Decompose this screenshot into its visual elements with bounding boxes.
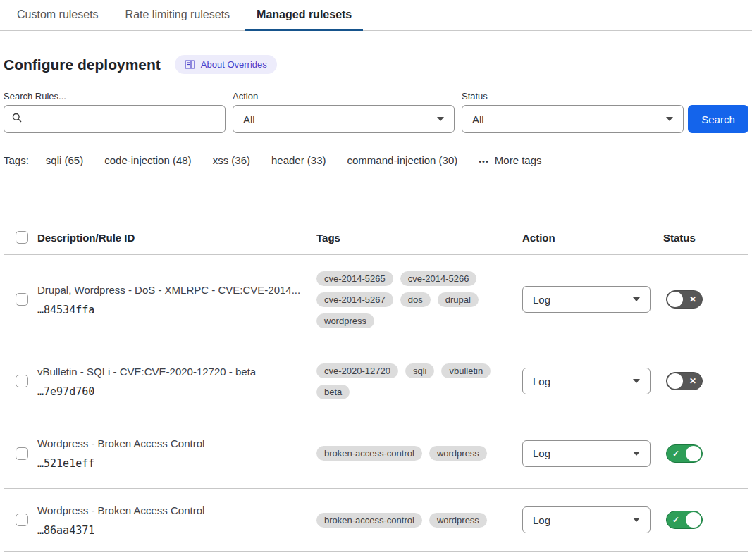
- rule-tags: broken-access-controlwordpress: [316, 446, 505, 461]
- row-action-value: Log: [533, 375, 550, 387]
- check-icon: ✓: [672, 449, 679, 458]
- row-action-value: Log: [533, 294, 550, 306]
- tag-pill: drupal: [438, 292, 479, 307]
- row-action-select[interactable]: Log: [522, 506, 651, 533]
- tag-filter-item[interactable]: sqli (65): [46, 154, 83, 166]
- about-overrides-badge[interactable]: About Overrides: [175, 55, 277, 74]
- page-title: Configure deployment: [4, 56, 161, 73]
- caret-down-icon: [437, 117, 444, 121]
- more-tags-label: More tags: [495, 154, 542, 166]
- check-icon: ✓: [672, 516, 679, 524]
- row-action-select[interactable]: Log: [522, 368, 651, 394]
- tag-pill: dos: [400, 292, 431, 307]
- rule-description: Drupal, Wordpress - DoS - XMLRPC - CVE:C…: [37, 283, 316, 297]
- rule-tags: cve-2014-5265cve-2014-5266cve-2014-5267d…: [316, 271, 505, 328]
- ruleset-tab[interactable]: Rate limiting rulesets: [114, 0, 242, 31]
- column-header-action: Action: [522, 232, 663, 244]
- toggle-knob: [686, 512, 701, 528]
- status-filter-value: All: [472, 113, 484, 125]
- row-checkbox[interactable]: [16, 293, 28, 306]
- search-rules-label: Search Rules...: [4, 91, 226, 101]
- tag-filter-item[interactable]: header (33): [271, 154, 326, 166]
- tags-bar: Tags: sqli (65)code-injection (48)xss (3…: [4, 154, 748, 166]
- tab-label: Custom rulesets: [17, 8, 99, 21]
- rule-tags: cve-2020-12720sqlivbulletinbeta: [316, 363, 505, 399]
- table-row: Wordpress - Broken Access Control …521e1…: [4, 418, 748, 489]
- tag-pill: wordpress: [429, 513, 487, 528]
- search-rules-box: [4, 105, 226, 133]
- row-action-value: Log: [533, 447, 550, 459]
- status-toggle[interactable]: ✓ ✕: [666, 372, 703, 390]
- status-filter-label: Status: [462, 91, 684, 101]
- rule-id: …86aa4371: [37, 524, 316, 537]
- action-filter-value: All: [243, 113, 255, 125]
- ruleset-tab[interactable]: Custom rulesets: [6, 0, 110, 31]
- row-action-select[interactable]: Log: [522, 440, 651, 467]
- table-row: Drupal, Wordpress - DoS - XMLRPC - CVE:C…: [4, 255, 748, 344]
- tag-pill: beta: [316, 385, 350, 399]
- rule-description: Wordpress - Broken Access Control: [37, 437, 316, 451]
- tag-pill: cve-2014-5265: [316, 271, 393, 286]
- table-row: vBulletin - SQLi - CVE:CVE-2020-12720 - …: [4, 344, 748, 418]
- row-action-select[interactable]: Log: [522, 286, 651, 313]
- column-header-tags: Tags: [316, 232, 522, 244]
- toggle-knob: [686, 446, 701, 461]
- status-toggle[interactable]: ✓ ✕: [666, 511, 703, 529]
- tag-pill: cve-2020-12720: [316, 363, 398, 378]
- caret-down-icon: [666, 117, 673, 121]
- rule-tags: broken-access-controlwordpress: [316, 513, 505, 528]
- column-header-status: Status: [663, 232, 748, 244]
- rule-description: Wordpress - Broken Access Control: [37, 504, 316, 518]
- row-checkbox[interactable]: [16, 514, 28, 526]
- tag-filter-item[interactable]: code-injection (48): [104, 154, 191, 166]
- tab-label: Rate limiting rulesets: [125, 8, 230, 21]
- toggle-knob: [667, 373, 683, 389]
- rule-id: …521e1eff: [37, 457, 316, 470]
- ruleset-tab[interactable]: Managed rulesets: [245, 0, 363, 31]
- select-all-checkbox[interactable]: [16, 231, 28, 244]
- tag-pill: broken-access-control: [316, 513, 422, 528]
- x-icon: ✕: [689, 295, 696, 304]
- tag-pill: broken-access-control: [316, 446, 422, 461]
- caret-down-icon: [633, 297, 640, 301]
- table-header-row: Description/Rule ID Tags Action Status: [4, 220, 748, 255]
- tag-pill: wordpress: [316, 313, 374, 328]
- toggle-knob: [667, 292, 683, 307]
- managed-rules-table: Description/Rule ID Tags Action Status D…: [4, 220, 748, 552]
- book-icon: [185, 60, 195, 69]
- tag-pill: vbulletin: [441, 363, 491, 378]
- status-filter-select[interactable]: All: [462, 105, 684, 133]
- about-overrides-label: About Overrides: [201, 59, 267, 70]
- search-button[interactable]: Search: [688, 105, 748, 133]
- column-header-description: Description/Rule ID: [37, 232, 316, 244]
- more-tags-button[interactable]: ••• More tags: [479, 154, 541, 166]
- tag-pill: cve-2014-5267: [316, 292, 393, 307]
- action-filter-select[interactable]: All: [233, 105, 455, 133]
- ellipsis-icon: •••: [479, 157, 489, 166]
- row-checkbox[interactable]: [16, 375, 28, 387]
- caret-down-icon: [633, 518, 640, 522]
- tag-pill: sqli: [405, 363, 435, 378]
- table-body: Drupal, Wordpress - DoS - XMLRPC - CVE:C…: [4, 255, 748, 552]
- row-checkbox[interactable]: [16, 447, 28, 460]
- status-toggle[interactable]: ✓ ✕: [666, 444, 703, 463]
- rule-description: vBulletin - SQLi - CVE:CVE-2020-12720 - …: [37, 365, 316, 379]
- tab-label: Managed rulesets: [257, 8, 352, 21]
- tag-filter-item[interactable]: command-injection (30): [347, 154, 458, 166]
- rule-id: …84534ffa: [37, 304, 316, 316]
- caret-down-icon: [633, 379, 640, 383]
- search-rules-input[interactable]: [28, 113, 218, 125]
- row-action-value: Log: [533, 514, 550, 526]
- tags-bar-label: Tags:: [4, 154, 29, 166]
- caret-down-icon: [633, 452, 640, 456]
- tag-filter-item[interactable]: xss (36): [213, 154, 250, 166]
- table-row: Wordpress - Broken Access Control …86aa4…: [4, 489, 748, 552]
- status-toggle[interactable]: ✓ ✕: [666, 290, 703, 309]
- ruleset-tabbar: Custom rulesets Rate limiting rulesets M…: [0, 0, 752, 31]
- action-filter-label: Action: [233, 91, 455, 101]
- tag-pill: cve-2014-5266: [400, 271, 477, 286]
- x-icon: ✕: [689, 377, 696, 385]
- rule-id: …7e97d760: [37, 385, 316, 398]
- search-icon: [11, 112, 23, 126]
- tag-pill: wordpress: [429, 446, 487, 461]
